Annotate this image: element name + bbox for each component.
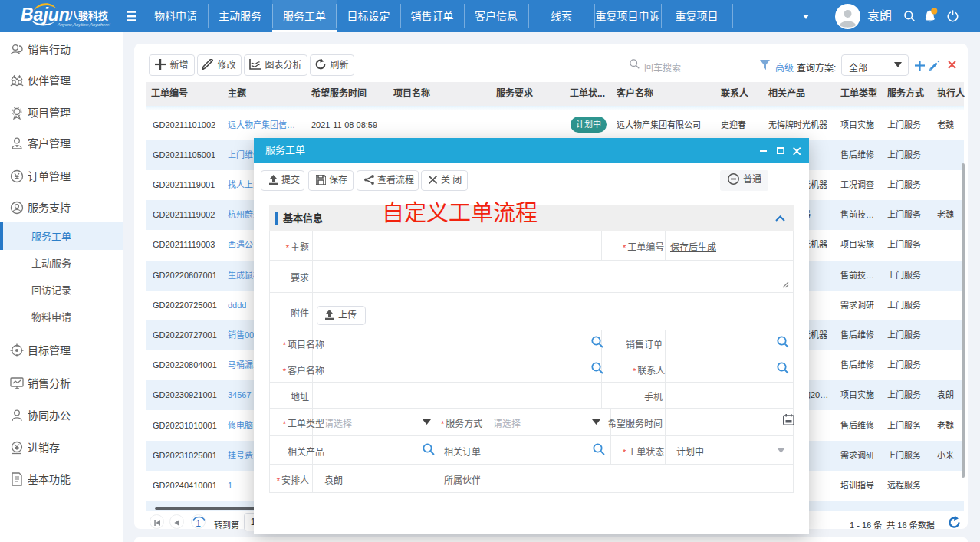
svg-text:八骏科技: 八骏科技 [67,10,109,21]
svg-text:Anyone,Anytime,Anywhere!: Anyone,Anytime,Anywhere! [57,22,110,27]
